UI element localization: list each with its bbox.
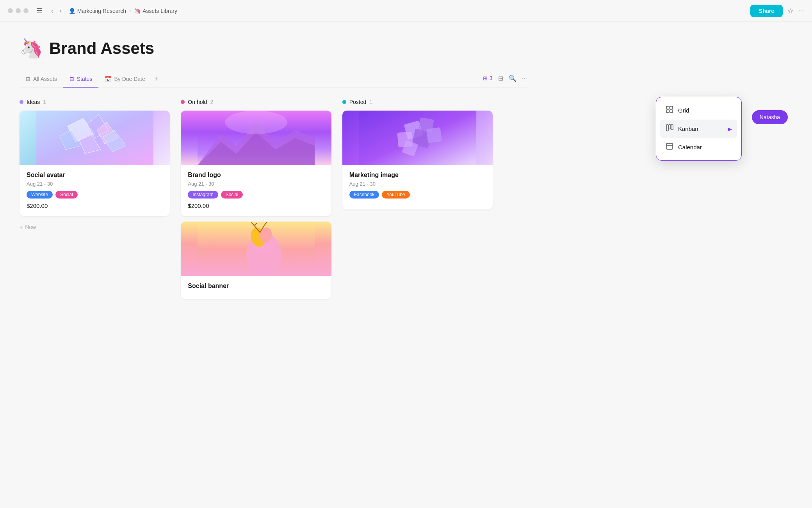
star-icon[interactable]: ☆: [787, 7, 794, 15]
card-social-avatar: Social avatar Aug 21 - 30 Website Social…: [20, 111, 170, 216]
card-social-avatar-title: Social avatar: [27, 172, 163, 179]
tab-toolbar: ⊞ 3 ⊟ 🔍 ···: [483, 75, 527, 85]
svg-rect-31: [670, 110, 673, 113]
column-ideas: Ideas 1: [20, 99, 170, 304]
card-marketing-image-tags: Facebook YouTube: [349, 191, 486, 199]
column-on-hold: On hold 2: [181, 99, 331, 304]
svg-rect-33: [669, 125, 671, 129]
breadcrumb: 👤 Marketing Research › 🦄 Assets Library: [69, 8, 177, 14]
tab-all-assets-icon: ⊞: [26, 76, 30, 82]
new-item-plus-icon: +: [20, 224, 23, 230]
traffic-lights: [8, 8, 28, 13]
traffic-light-minimize[interactable]: [16, 8, 21, 13]
hamburger-icon[interactable]: ☰: [36, 7, 43, 15]
card-marketing-image: Marketing image Aug 21 - 30 Facebook You…: [342, 111, 493, 209]
posted-dot: [342, 100, 346, 104]
on-hold-count: 2: [210, 99, 213, 105]
column-posted-header: Posted 1: [342, 99, 493, 105]
toolbar-more-icon[interactable]: ···: [522, 75, 527, 82]
dropdown-item-grid[interactable]: Grid: [660, 101, 737, 120]
add-tab-button[interactable]: +: [151, 72, 164, 88]
card-social-avatar-image: [20, 111, 170, 165]
breadcrumb-assets-library[interactable]: 🦄 Assets Library: [134, 8, 177, 14]
share-button[interactable]: Share: [750, 5, 783, 17]
card-brand-logo-price: $200.00: [188, 202, 324, 209]
filter-icon: ⊞: [483, 75, 488, 81]
tag-facebook[interactable]: Facebook: [349, 191, 379, 199]
card-brand-logo-title: Brand logo: [188, 172, 324, 179]
filter-count: 3: [490, 75, 493, 81]
card-social-banner-image: [181, 222, 331, 276]
filter-button[interactable]: ⊞ 3: [483, 75, 493, 81]
chart-icon[interactable]: ⊟: [498, 75, 503, 82]
card-social-avatar-price: $200.00: [27, 202, 163, 209]
card-brand-logo-body: Brand logo Aug 21 - 30 Instagram Social …: [181, 165, 331, 216]
titlebar-right: Share ☆ ···: [750, 5, 804, 17]
traffic-light-close[interactable]: [8, 8, 13, 13]
posted-label: Posted: [349, 99, 367, 105]
svg-rect-26: [426, 127, 442, 143]
search-icon[interactable]: 🔍: [509, 75, 516, 82]
breadcrumb-person-icon: 👤: [69, 8, 75, 14]
posted-count: 1: [369, 99, 372, 105]
card-social-avatar-body: Social avatar Aug 21 - 30 Website Social…: [20, 165, 170, 216]
svg-rect-28: [666, 106, 669, 109]
brand-logo-illustration: [198, 111, 315, 165]
dropdown-grid-label: Grid: [678, 107, 689, 114]
tag-website[interactable]: Website: [27, 191, 53, 199]
breadcrumb-unicorn-icon: 🦄: [134, 8, 141, 14]
tab-status-icon: ⊟: [69, 76, 74, 82]
ideas-dot: [20, 100, 23, 104]
ideas-label: Ideas: [27, 99, 40, 105]
social-banner-illustration: [198, 222, 315, 276]
card-brand-logo-date: Aug 21 - 30: [188, 181, 324, 187]
new-item-button-ideas[interactable]: + New: [20, 222, 36, 233]
card-marketing-image-date: Aug 21 - 30: [349, 181, 486, 187]
tab-by-due-date[interactable]: 📅 By Due Date: [98, 73, 151, 88]
column-on-hold-header: On hold 2: [181, 99, 331, 105]
kanban-icon: [666, 124, 673, 134]
breadcrumb-marketing-research[interactable]: 👤 Marketing Research: [69, 8, 126, 14]
on-hold-label: On hold: [188, 99, 207, 105]
new-item-label: New: [25, 224, 36, 230]
breadcrumb-marketing-label: Marketing Research: [77, 8, 126, 14]
natasha-bubble: Natasha: [752, 110, 788, 124]
card-social-banner: Social banner: [181, 222, 331, 299]
card-marketing-image-title: Marketing image: [349, 172, 486, 179]
card-social-avatar-tags: Website Social: [27, 191, 163, 199]
marketing-illustration: [359, 111, 476, 165]
breadcrumb-separator: ›: [129, 8, 131, 14]
dropdown-arrow-icon: ▶: [728, 126, 732, 132]
dropdown-kanban-label: Kanban: [678, 125, 698, 132]
card-social-banner-title: Social banner: [188, 283, 324, 290]
tag-social-2[interactable]: Social: [221, 191, 243, 199]
page-title-row: 🦄 Brand Assets: [20, 38, 527, 59]
main-content: 🦄 Brand Assets ⊞ All Assets ⊟ Status 📅 B…: [0, 22, 547, 320]
more-options-icon[interactable]: ···: [798, 7, 804, 15]
nav-back-button[interactable]: ‹: [49, 6, 55, 16]
tag-social[interactable]: Social: [55, 191, 78, 199]
page-emoji: 🦄: [20, 38, 43, 59]
svg-rect-32: [666, 125, 668, 131]
column-ideas-header: Ideas 1: [20, 99, 170, 105]
tab-status-label: Status: [77, 76, 93, 82]
tab-status[interactable]: ⊟ Status: [63, 73, 99, 88]
kanban-board: Ideas 1: [20, 99, 527, 304]
svg-rect-29: [670, 106, 673, 109]
svg-rect-30: [666, 110, 669, 113]
dropdown-item-kanban[interactable]: Kanban ▶: [660, 120, 737, 138]
traffic-light-maximize[interactable]: [23, 8, 28, 13]
tabs-bar: ⊞ All Assets ⊟ Status 📅 By Due Date + ⊞ …: [20, 72, 527, 88]
tag-youtube[interactable]: YouTube: [382, 191, 410, 199]
titlebar-left: ☰ ‹ › 👤 Marketing Research › 🦄 Assets Li…: [8, 6, 177, 16]
tag-instagram[interactable]: Instagram: [188, 191, 218, 199]
dropdown-item-calendar[interactable]: Calendar: [660, 138, 737, 156]
breadcrumb-assets-label: Assets Library: [142, 8, 177, 14]
titlebar: ☰ ‹ › 👤 Marketing Research › 🦄 Assets Li…: [0, 0, 812, 22]
tab-all-assets[interactable]: ⊞ All Assets: [20, 73, 63, 88]
svg-rect-34: [671, 125, 673, 130]
tab-due-date-icon: 📅: [105, 76, 111, 82]
card-social-banner-body: Social banner: [181, 276, 331, 299]
natasha-label: Natasha: [760, 114, 780, 120]
nav-forward-button[interactable]: ›: [57, 6, 64, 16]
